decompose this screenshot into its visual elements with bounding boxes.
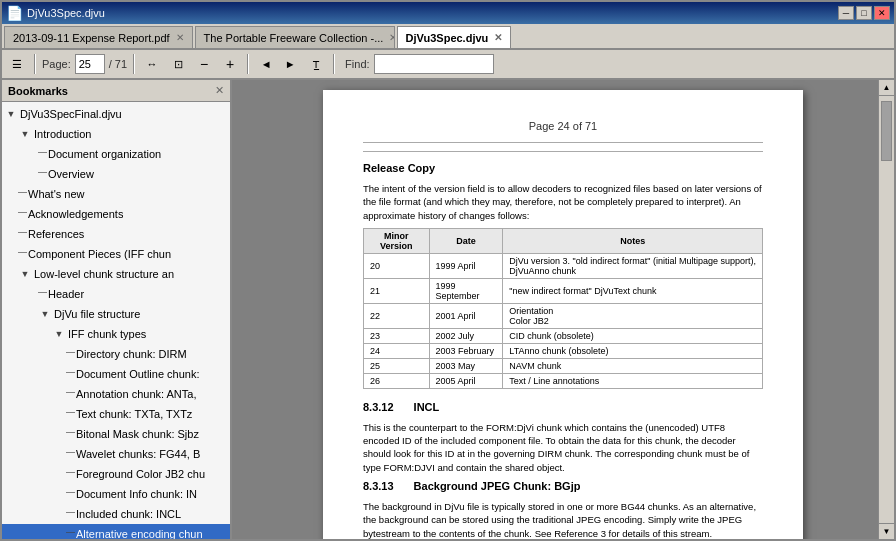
menu-button[interactable]: ☰ [6, 53, 28, 75]
cell-d21: 1999 September [429, 278, 503, 303]
pdf-viewer: Page 24 of 71 Release Copy The intent of… [232, 80, 894, 539]
table-row-22: 22 2001 April OrientationColor JB2 [364, 303, 763, 328]
find-input[interactable] [374, 54, 494, 74]
cell-d26: 2005 April [429, 373, 503, 388]
table-header-version: Minor Version [364, 228, 430, 253]
tab-freeware-label: The Portable Freeware Collection -... [204, 32, 384, 44]
main-window: 📄 DjVu3Spec.djvu ─ □ ✕ 2013-09-11 Expens… [0, 0, 896, 541]
tab-expense-close[interactable]: ✕ [176, 32, 184, 43]
tab-djvu[interactable]: DjVu3Spec.djvu ✕ [397, 26, 512, 48]
tree-item-overview[interactable]: — Overview [2, 164, 230, 184]
sidebar-close-button[interactable]: ✕ [215, 84, 224, 97]
main-content: Bookmarks ✕ ▼ DjVu3SpecFinal.djvu ▼ Intr… [2, 80, 894, 539]
section-8313-num: 8.3.13 [363, 480, 394, 492]
scroll-down-button[interactable]: ▼ [879, 523, 894, 539]
cell-v26: 26 [364, 373, 430, 388]
toggle-text-chunk: — [66, 407, 76, 421]
viewer-scroll-area[interactable]: Page 24 of 71 Release Copy The intent of… [232, 80, 894, 539]
toggle-annot: — [66, 387, 76, 401]
tree-label-bitmask: Bitonal Mask chunk: Sjbz [76, 428, 199, 440]
tree-label-comp-pieces: Component Pieces (IFF chun [28, 248, 171, 260]
tree-item-text-chunk[interactable]: — Text chunk: TXTa, TXTz [2, 404, 230, 424]
close-button[interactable]: ✕ [874, 6, 890, 20]
tree-item-iff-chunks[interactable]: ▼ IFF chunk types [2, 324, 230, 344]
tree-label-fg-color: Foreground Color JB2 chu [76, 468, 205, 480]
separator-2 [133, 54, 135, 74]
zoom-out-button[interactable]: − [193, 53, 215, 75]
cell-n20: DjVu version 3. "old indirect format" (i… [503, 253, 763, 278]
tree-label-doc-outline: Document Outline chunk: [76, 368, 200, 380]
tree-item-bitmask[interactable]: — Bitonal Mask chunk: Sjbz [2, 424, 230, 444]
tree-label-intro: Introduction [34, 128, 91, 140]
tree-item-root[interactable]: ▼ DjVu3SpecFinal.djvu [2, 104, 230, 124]
tree-item-header[interactable]: — Header [2, 284, 230, 304]
tree-item-wavelet[interactable]: — Wavelet chunks: FG44, B [2, 444, 230, 464]
cell-n26: Text / Line annotations [503, 373, 763, 388]
viewer-scrollbar[interactable]: ▲ ▼ [878, 80, 894, 539]
maximize-button[interactable]: □ [856, 6, 872, 20]
tree-item-fg-color[interactable]: — Foreground Color JB2 chu [2, 464, 230, 484]
toggle-doc-org: — [38, 147, 48, 161]
zoom-in-button[interactable]: + [219, 53, 241, 75]
cell-v21: 21 [364, 278, 430, 303]
prev-page-button[interactable]: ◄ [255, 53, 277, 75]
tree-item-dir-chunk[interactable]: — Directory chunk: DIRM [2, 344, 230, 364]
tree-label-overview: Overview [48, 168, 94, 180]
tree-label-incl: Included chunk: INCL [76, 508, 181, 520]
minimize-button[interactable]: ─ [838, 6, 854, 20]
tree-label-wavelet: Wavelet chunks: FG44, B [76, 448, 200, 460]
tree-item-doc-info[interactable]: — Document Info chunk: IN [2, 484, 230, 504]
tree-item-doc-org[interactable]: — Document organization [2, 144, 230, 164]
tree-label-refs: References [28, 228, 84, 240]
cell-d20: 1999 April [429, 253, 503, 278]
tree-item-ack[interactable]: — Acknowledgements [2, 204, 230, 224]
table-row-21: 21 1999 September "new indirect format" … [364, 278, 763, 303]
page-input[interactable] [75, 54, 105, 74]
page-label: Page: [42, 58, 71, 70]
table-row-20: 20 1999 April DjVu version 3. "old indir… [364, 253, 763, 278]
tree-item-annot[interactable]: — Annotation chunk: ANTa, [2, 384, 230, 404]
cell-v25: 25 [364, 358, 430, 373]
tab-freeware-close[interactable]: ✕ [389, 32, 394, 43]
tree-item-alt-enc[interactable]: — Alternative encoding chun [2, 524, 230, 539]
tab-freeware[interactable]: The Portable Freeware Collection -... ✕ [195, 26, 395, 48]
tree-label-doc-info: Document Info chunk: IN [76, 488, 197, 500]
tree-label-djvu-file: DjVu file structure [54, 308, 140, 320]
toggle-wavelet: — [66, 447, 76, 461]
tree-label-root: DjVu3SpecFinal.djvu [20, 108, 122, 120]
toggle-whats-new: — [18, 187, 28, 201]
tab-djvu-close[interactable]: ✕ [494, 32, 502, 43]
zoom-fit-page-button[interactable]: ⊡ [167, 53, 189, 75]
text-mode-button[interactable]: T̲ [305, 53, 327, 75]
cell-v24: 24 [364, 343, 430, 358]
tree-item-doc-outline[interactable]: — Document Outline chunk: [2, 364, 230, 384]
zoom-fit-width-button[interactable]: ↔ [141, 53, 163, 75]
tree-label-whats-new: What's new [28, 188, 85, 200]
tree-item-whats-new[interactable]: — What's new [2, 184, 230, 204]
tree-item-low-level[interactable]: ▼ Low-level chunk structure an [2, 264, 230, 284]
table-row-26: 26 2005 April Text / Line annotations [364, 373, 763, 388]
tree-label-ack: Acknowledgements [28, 208, 123, 220]
next-page-button[interactable]: ► [279, 53, 301, 75]
tabbar: 2013-09-11 Expense Report.pdf ✕ The Port… [2, 24, 894, 50]
scroll-track[interactable] [879, 96, 894, 523]
tab-expense-label: 2013-09-11 Expense Report.pdf [13, 32, 170, 44]
titlebar-controls: ─ □ ✕ [838, 6, 890, 20]
intro-paragraph: The intent of the version field is to al… [363, 182, 763, 222]
tab-expense-report[interactable]: 2013-09-11 Expense Report.pdf ✕ [4, 26, 193, 48]
sidebar-tree: ▼ DjVu3SpecFinal.djvu ▼ Introduction — D… [2, 102, 230, 539]
separator-1 [34, 54, 36, 74]
separator-3 [247, 54, 249, 74]
tree-label-iff: IFF chunk types [68, 328, 146, 340]
tree-label-alt-enc: Alternative encoding chun [76, 528, 203, 539]
tree-item-introduction[interactable]: ▼ Introduction [2, 124, 230, 144]
tree-item-comp-pieces[interactable]: — Component Pieces (IFF chun [2, 244, 230, 264]
scroll-up-button[interactable]: ▲ [879, 80, 894, 96]
page-number-indicator: Page 24 of 71 [363, 120, 763, 132]
tree-item-djvu-file[interactable]: ▼ DjVu file structure [2, 304, 230, 324]
scroll-thumb[interactable] [881, 101, 892, 161]
tree-item-incl[interactable]: — Included chunk: INCL [2, 504, 230, 524]
tree-item-refs[interactable]: — References [2, 224, 230, 244]
toggle-fg-color: — [66, 467, 76, 481]
cell-d22: 2001 April [429, 303, 503, 328]
